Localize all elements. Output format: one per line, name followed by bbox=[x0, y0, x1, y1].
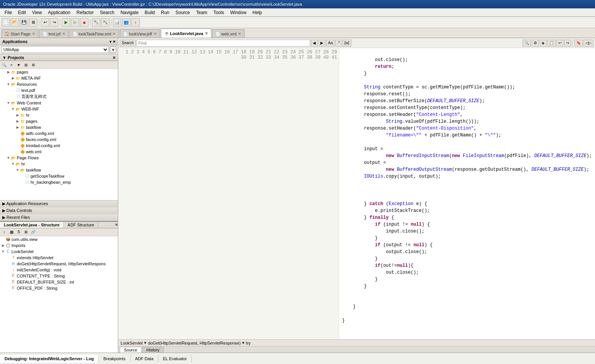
data-controls-header[interactable]: ▶ Data Controls bbox=[0, 207, 118, 214]
struct-filter-btn[interactable]: ▦ bbox=[8, 229, 15, 236]
search-next-btn[interactable]: ▶ bbox=[318, 40, 325, 47]
search-toolbar-btn4[interactable]: 📋 bbox=[547, 40, 556, 47]
menu-source[interactable]: Source bbox=[172, 9, 193, 16]
tree-trinidad[interactable]: 🔶 trinidad-config.xml bbox=[0, 143, 118, 149]
tb-redo[interactable]: ↪ bbox=[50, 18, 58, 27]
tb-rebuild[interactable]: 🔨 bbox=[101, 18, 109, 27]
tree-style[interactable]: 📄 页面常见样式 bbox=[0, 93, 118, 100]
recent-files-header[interactable]: ▶ Recent Files bbox=[0, 214, 118, 221]
struct-extends[interactable]: ⇑ extends HttpServlet bbox=[0, 255, 118, 261]
tree-hrbb[interactable]: 📄 hr_backingbean_emp bbox=[0, 179, 118, 185]
tree-getscope[interactable]: 📄 getScopeTaskflow bbox=[0, 173, 118, 179]
app-dropdown-btn[interactable]: ▾ bbox=[109, 46, 116, 53]
app-selector[interactable]: UtilsApp bbox=[2, 46, 109, 53]
search-regex-btn[interactable]: .* bbox=[335, 40, 342, 47]
search-nav-btn[interactable]: ◁▷ bbox=[584, 40, 593, 47]
tree-webxml[interactable]: 🔶 web.xml bbox=[0, 149, 118, 155]
close-lookview-icon[interactable]: ✕ bbox=[154, 32, 157, 36]
tree-taskflow2[interactable]: ▼ 📂 taskflow bbox=[0, 167, 118, 173]
structure-tab-adf[interactable]: ADF Structure bbox=[64, 222, 98, 228]
tree-pageflows[interactable]: ▼ 📂 Page Flows bbox=[0, 155, 118, 161]
tab-start-page[interactable]: 🏠 Start Page ✕ bbox=[2, 29, 39, 38]
struct-doget[interactable]: m doGet(HttpServletRequest, HttpServletR… bbox=[0, 261, 118, 267]
tab-lookservlet[interactable]: ☕ LookServlet.java ✕ bbox=[161, 29, 211, 38]
tree-testpdf[interactable]: 📄 test.pdf bbox=[0, 87, 118, 93]
tree-pages2[interactable]: ▶ 📁 pages bbox=[0, 118, 118, 124]
menu-tools[interactable]: Tools bbox=[210, 9, 227, 16]
tree-faces[interactable]: 🔶 faces-config.xml bbox=[0, 136, 118, 143]
menu-file[interactable]: File bbox=[2, 9, 15, 16]
struct-default-buf[interactable]: F DEFAULT_BUFFER_SIZE : int bbox=[0, 279, 118, 285]
app-resources-header[interactable]: ▶ Application Resources bbox=[0, 200, 118, 207]
struct-nav-btn[interactable]: 🔗 bbox=[30, 229, 37, 236]
tb-commit[interactable]: ↑ bbox=[131, 18, 140, 27]
menu-view[interactable]: View bbox=[29, 9, 45, 16]
search-toolbar-btn6[interactable]: ↪ bbox=[564, 40, 571, 47]
tb-save[interactable]: 💾 bbox=[20, 18, 28, 27]
proj-filter-btn[interactable]: ▼ bbox=[15, 61, 22, 68]
menu-run[interactable]: Run bbox=[158, 9, 172, 16]
tab-web-xml[interactable]: 📄 web.xml ✕ bbox=[212, 29, 244, 38]
tb-profile[interactable]: 📊 bbox=[113, 18, 121, 27]
tb-clean[interactable]: 🔧 bbox=[92, 18, 100, 27]
tb-save-all[interactable]: ⊞ bbox=[29, 18, 37, 27]
proj-sort-btn[interactable]: ⊞ bbox=[23, 61, 29, 68]
menu-search[interactable]: Search bbox=[97, 9, 117, 16]
menu-team[interactable]: Team bbox=[193, 9, 210, 16]
search-bookmark-btn[interactable]: 🔖 bbox=[574, 40, 583, 47]
search-toolbar-btn2[interactable]: ⚙ bbox=[532, 40, 539, 47]
tree-webcontent[interactable]: ▼ 📂 Web Content bbox=[0, 100, 118, 106]
tb-run[interactable]: ▶ bbox=[62, 18, 70, 27]
search-toolbar-btn3[interactable]: ◈ bbox=[540, 40, 547, 47]
projects-header[interactable]: ▼ Projects ✕ bbox=[0, 54, 118, 61]
struct-expand-btn[interactable]: ⊞ bbox=[23, 229, 29, 236]
bottom-tab-debug[interactable]: Debugging: IntegratedWebLogicServer - Lo… bbox=[0, 355, 99, 362]
tree-pf-hr[interactable]: ▼ 📂 hr bbox=[0, 161, 118, 167]
menu-window[interactable]: Window bbox=[227, 9, 249, 16]
tab-test-jsf[interactable]: 📄 test.jsf ✕ bbox=[39, 29, 69, 38]
applications-header[interactable]: Applications ▾ ✕ bbox=[0, 38, 118, 45]
tb-new[interactable]: 📄 bbox=[2, 18, 10, 27]
code-editor[interactable]: 1 2 3 4 5 6 7 8 9 10 11 12 13 14 15 16 1… bbox=[118, 48, 595, 339]
structure-tab-java[interactable]: LookServlet.java - Structure bbox=[0, 222, 64, 228]
struct-content-type[interactable]: F CONTENT_TYPE : String bbox=[0, 273, 118, 279]
search-prev-btn[interactable]: ◀ bbox=[311, 40, 318, 47]
close-lookservlet-icon[interactable]: ✕ bbox=[205, 31, 208, 35]
tree-meta-inf[interactable]: ▶ 📁 META-INF bbox=[0, 75, 118, 81]
tree-resources[interactable]: ▼ 📂 Resources bbox=[0, 81, 118, 87]
tree-adfc[interactable]: 🔶 adfc-config.xml bbox=[0, 130, 118, 136]
menu-build[interactable]: Build bbox=[142, 9, 158, 16]
structure-close-btn[interactable]: ✕ bbox=[115, 222, 118, 228]
menu-navigate[interactable]: Navigate bbox=[117, 9, 142, 16]
bottom-tab-adfdata[interactable]: ADF Data bbox=[130, 355, 158, 362]
search-word-btn[interactable]: [w] bbox=[343, 40, 351, 47]
menu-application[interactable]: Application bbox=[45, 9, 74, 16]
close-looktaskflow-icon[interactable]: ✕ bbox=[113, 32, 116, 36]
search-match-btn[interactable]: Aa bbox=[326, 40, 334, 47]
proj-expand-btn[interactable]: + bbox=[8, 61, 15, 68]
struct-init[interactable]: i init(ServletConfig) : void bbox=[0, 267, 118, 273]
menu-help[interactable]: Help bbox=[249, 9, 265, 16]
breadcrumb-servlet[interactable]: LookServlet bbox=[121, 341, 143, 345]
tree-taskflow[interactable]: ▶ 📁 taskflow bbox=[0, 124, 118, 130]
tab-looktaskflow[interactable]: 📄 lookTaskFlow.xml ✕ bbox=[69, 29, 119, 38]
search-toolbar-btn5[interactable]: ↩ bbox=[556, 40, 563, 47]
close-test-jsf-icon[interactable]: ✕ bbox=[62, 32, 65, 36]
source-tab-source[interactable]: Source bbox=[120, 347, 142, 353]
search-toolbar-btn1[interactable]: 🔍 bbox=[523, 40, 531, 47]
menu-refactor[interactable]: Refactor bbox=[74, 9, 97, 16]
struct-office-pdf[interactable]: F OFFICE_PDF : String bbox=[0, 285, 118, 291]
breadcrumb-try[interactable]: try bbox=[246, 341, 251, 345]
struct-sort-btn[interactable]: ↕ bbox=[1, 229, 8, 236]
proj-config-btn[interactable]: ⚙ bbox=[30, 61, 37, 68]
code-content[interactable]: out.close(); return; } String contentTyp… bbox=[339, 48, 595, 339]
tab-lookview[interactable]: 📄 lookView.jsff ✕ bbox=[120, 29, 160, 38]
tb-undo[interactable]: ↩ bbox=[41, 18, 49, 27]
close-web-xml-icon[interactable]: ✕ bbox=[238, 32, 241, 36]
breadcrumb-method[interactable]: doGet(HttpServletRequest, HttpServletRes… bbox=[148, 341, 241, 345]
menu-edit[interactable]: Edit bbox=[15, 9, 29, 16]
struct-package[interactable]: 📦 com.utils.view bbox=[0, 236, 118, 242]
bottom-tab-el[interactable]: EL Evaluator bbox=[158, 355, 192, 362]
struct-lookservlet[interactable]: ▼ C LookServlet bbox=[0, 249, 118, 255]
struct-field-btn[interactable]: S bbox=[15, 229, 22, 236]
